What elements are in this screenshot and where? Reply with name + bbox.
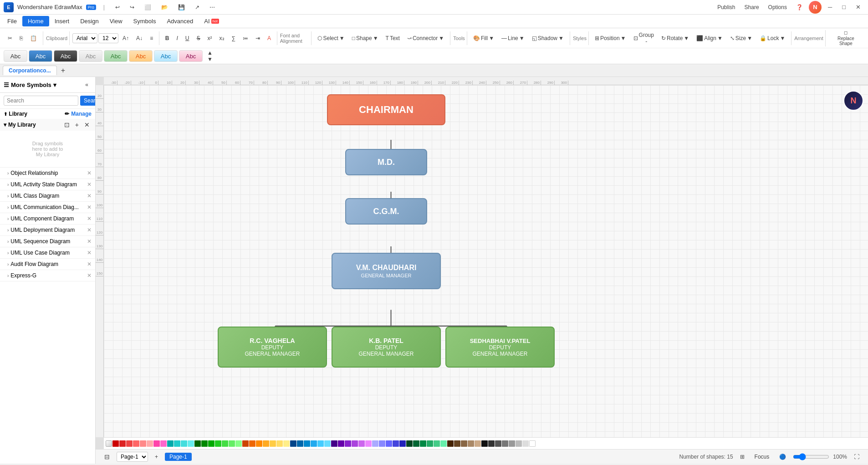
focus-btn[interactable]: Focus	[751, 452, 773, 462]
remove-icon[interactable]: ✕	[87, 193, 92, 199]
remove-icon[interactable]: ✕	[87, 272, 92, 279]
my-library-close-btn[interactable]: ✕	[82, 121, 92, 129]
style-1[interactable]: Abc	[4, 50, 27, 62]
formula-btn[interactable]: ∑	[229, 33, 239, 43]
color-swatch[interactable]	[256, 440, 262, 447]
color-swatch[interactable]	[242, 440, 249, 447]
sidebar-item-uml-class[interactable]: › UML Class Diagram ✕	[0, 190, 95, 202]
color-swatch[interactable]	[399, 440, 406, 447]
md-shape[interactable]: M.D.	[345, 149, 427, 175]
align-btn[interactable]: ≡	[147, 33, 156, 43]
lock-btn[interactable]: 🔒 Lock ▼	[756, 33, 788, 43]
style-3[interactable]: Abc	[54, 50, 77, 62]
sidebar-item-uml-component[interactable]: › UML Component Diagram ✕	[0, 213, 95, 225]
remove-icon[interactable]: ✕	[87, 215, 92, 222]
tab-corporation[interactable]: Corporationco...	[3, 66, 57, 75]
line-btn[interactable]: — Line ▼	[498, 33, 528, 43]
fill-btn[interactable]: 🎨 Fill ▼	[470, 33, 497, 43]
more-btn[interactable]: ⋯	[206, 2, 218, 12]
zoom-out-btn[interactable]: 🔵	[776, 452, 789, 462]
manage-label[interactable]: Manage	[71, 111, 92, 117]
color-swatch[interactable]	[331, 440, 337, 447]
underline-btn[interactable]: U	[182, 33, 193, 43]
remove-icon[interactable]: ✕	[87, 238, 92, 245]
help-btn[interactable]: ❓	[793, 2, 806, 12]
color-swatch[interactable]	[235, 440, 242, 447]
maximize-btn[interactable]: □	[838, 3, 849, 11]
color-swatch[interactable]	[488, 440, 495, 447]
color-swatch[interactable]	[454, 440, 460, 447]
color-swatch[interactable]	[167, 440, 174, 447]
remove-icon[interactable]: ✕	[87, 181, 92, 188]
sidebar-item-uml-activity[interactable]: › UML Activity State Diagram ✕	[0, 179, 95, 190]
color-swatch[interactable]	[379, 440, 385, 447]
color-swatch[interactable]	[174, 440, 180, 447]
publish-btn[interactable]: Publish	[714, 2, 738, 12]
shadow-btn[interactable]: ◱ Shadow ▼	[529, 33, 567, 43]
menu-view[interactable]: View	[104, 16, 128, 26]
color-swatch[interactable]	[502, 440, 508, 447]
size-btn[interactable]: ⤡ Size ▼	[727, 33, 756, 43]
style-4[interactable]: Abc	[79, 50, 102, 62]
color-swatch[interactable]	[270, 440, 276, 447]
color-swatch[interactable]	[475, 440, 481, 447]
style-2[interactable]: Abc	[29, 50, 52, 62]
style-8[interactable]: Abc	[179, 50, 203, 62]
no-color-swatch[interactable]	[106, 440, 112, 447]
undo-btn[interactable]: ↩	[112, 2, 123, 12]
paste-btn[interactable]: 📋	[27, 33, 40, 43]
menu-advanced[interactable]: Advanced	[161, 16, 199, 26]
replace-shape-btn[interactable]: ◻ Replace Shape	[828, 28, 863, 48]
fit-btn[interactable]: ⊞	[737, 452, 748, 462]
color-swatch[interactable]	[160, 440, 167, 447]
color-swatch[interactable]	[406, 440, 413, 447]
sed-shape[interactable]: SEDHABHAI V.PATEL DEPUTY GENERAL MANAGER	[445, 327, 555, 368]
sidebar-item-object-relationship[interactable]: › Object Relationship ✕	[0, 168, 95, 179]
color-swatch[interactable]	[365, 440, 372, 447]
fullscreen-btn[interactable]: ⛶	[851, 452, 863, 462]
remove-icon[interactable]: ✕	[87, 227, 92, 233]
sidebar-scroll[interactable]: › Object Relationship ✕ › UML Activity S…	[0, 168, 95, 464]
position-btn[interactable]: ⊞ Position ▼	[592, 33, 629, 43]
align-arr-btn[interactable]: ⬛ Align ▼	[693, 33, 726, 43]
sidebar-item-express-g[interactable]: › Express-G ✕	[0, 270, 95, 281]
rotate-btn[interactable]: ↻ Rotate ▼	[658, 33, 692, 43]
search-btn[interactable]: Search	[80, 96, 96, 106]
color-swatch[interactable]	[447, 440, 454, 447]
menu-symbols[interactable]: Symbols	[128, 16, 162, 26]
export-btn[interactable]: ↗	[192, 2, 203, 12]
color-swatch[interactable]	[338, 440, 344, 447]
color-swatch[interactable]	[468, 440, 474, 447]
remove-icon[interactable]: ✕	[87, 170, 92, 176]
minimize-btn[interactable]: ─	[824, 3, 836, 11]
color-swatch[interactable]	[413, 440, 419, 447]
chairman-shape[interactable]: CHAIRMAN	[327, 94, 445, 125]
group-btn[interactable]: ⊡ Group -	[630, 30, 658, 46]
copy-btn[interactable]: ⎘	[16, 33, 26, 43]
menu-insert[interactable]: Insert	[49, 16, 75, 26]
collapse-sidebar-btn[interactable]: «	[82, 80, 92, 90]
color-swatch[interactable]	[345, 440, 351, 447]
color-swatch[interactable]	[372, 440, 378, 447]
color-swatch[interactable]	[249, 440, 255, 447]
color-swatch[interactable]	[188, 440, 194, 447]
color-swatch[interactable]	[516, 440, 522, 447]
font-decrease-btn[interactable]: A↓	[133, 33, 146, 43]
menu-design[interactable]: Design	[75, 16, 104, 26]
font-color-btn[interactable]: A	[264, 33, 274, 43]
my-library-new-btn[interactable]: +	[73, 121, 81, 129]
color-swatch[interactable]	[276, 440, 283, 447]
menu-ai[interactable]: AI hot	[199, 16, 224, 26]
color-swatch[interactable]	[420, 440, 426, 447]
open-btn[interactable]: 📂	[158, 2, 171, 12]
remove-icon[interactable]: ✕	[87, 250, 92, 256]
search-input[interactable]	[4, 96, 78, 106]
layers-btn[interactable]: ⊟	[101, 451, 113, 462]
indent-btn[interactable]: ⇥	[252, 33, 263, 43]
color-swatch[interactable]	[529, 440, 536, 447]
sidebar-item-audit-flow[interactable]: › Audit Flow Diagram ✕	[0, 259, 95, 270]
color-swatch[interactable]	[509, 440, 515, 447]
font-size-select[interactable]: 12	[98, 33, 118, 43]
sidebar-item-uml-deployment[interactable]: › UML Deployment Diagram ✕	[0, 225, 95, 236]
style-6[interactable]: Abc	[129, 50, 153, 62]
